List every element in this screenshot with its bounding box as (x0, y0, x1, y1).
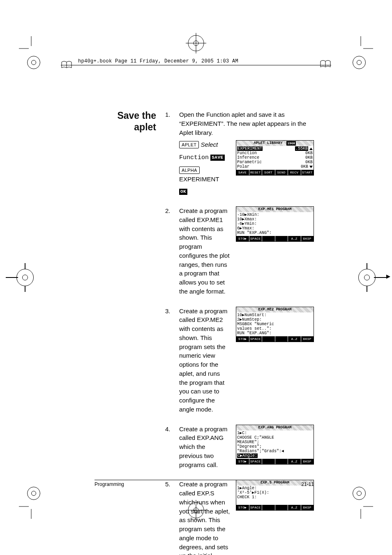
softkey: BKSP (301, 236, 314, 241)
softkey: A…Z (288, 459, 301, 464)
softkey: STO▶ (236, 459, 249, 464)
softkey (262, 236, 275, 241)
softkey (275, 236, 288, 241)
side-mark-right (358, 269, 376, 286)
list-size: 0KB (301, 164, 308, 169)
softkey: A…Z (288, 505, 301, 510)
function-text: Function (179, 154, 209, 161)
step-text: Create a program called EXP.ANG which th… (179, 425, 230, 469)
select-label: Select (201, 141, 218, 148)
footer-right: 21-11 (301, 481, 314, 487)
screen-title: APLET LIBRARY (254, 141, 283, 146)
softkey: RESET (249, 170, 263, 175)
list-size: 0KB (305, 155, 313, 160)
step-text: Create a program called EXP.ME2 with con… (179, 307, 230, 414)
softkey (262, 505, 275, 510)
softkey: START (301, 170, 314, 175)
softkey: STO▶ (236, 505, 249, 510)
list-item: Polar (237, 164, 249, 169)
crop-mark-tr (358, 36, 373, 51)
down-arrow-icon (309, 166, 313, 168)
softkey: SORT (262, 170, 275, 175)
softkey: SEND (275, 170, 288, 175)
softkey (275, 459, 288, 464)
screen-exp-me1: EXP.ME1 PROGRAM -10▶Xmin: 10▶Xmax: -6▶Ym… (236, 206, 314, 242)
crop-mark-tl (19, 36, 34, 51)
softkey: SPACE (249, 336, 263, 342)
step-text: Create a program called EXP.ME1 with con… (179, 206, 230, 296)
softkey: STO▶ (236, 236, 249, 241)
keystroke-line: APLET Select (179, 140, 230, 149)
keystroke-line: ALPHA EXPERIMENT (179, 166, 230, 184)
code-line: -10▶Xmin: (237, 213, 313, 217)
up-arrow-icon (309, 148, 313, 150)
side-mark-left (16, 269, 34, 286)
step-text: Create a program called EXP.S which runs… (179, 480, 230, 555)
step-number: 2. (165, 206, 174, 299)
code-line: CHECK 1: (237, 495, 313, 500)
softkey (275, 505, 288, 510)
crop-mark-br (358, 504, 373, 519)
register-ring (27, 487, 39, 499)
code-line: 1▶C: (237, 431, 313, 435)
softkey: STO▶ (236, 336, 249, 342)
screen-exp-ang: EXP.ANG PROGRAM 1▶C: CHOOSE C;"ANGLE MEA… (236, 425, 314, 465)
mem-badge: 196K (286, 141, 296, 146)
footer-left: Programming (95, 481, 124, 487)
softkey (275, 336, 288, 342)
softkey: BKSP (301, 505, 314, 510)
header-rule (61, 65, 331, 65)
register-ring (353, 56, 365, 68)
save-softkey: SAVE (210, 155, 224, 161)
header-book-info: hp40g+.book Page 11 Friday, December 9, … (78, 58, 238, 64)
aplet-key: APLET (179, 141, 199, 148)
softkey: SPACE (249, 459, 263, 464)
list-size: .55KB (295, 146, 308, 151)
code-line: "Radians";"Grads":◄ (237, 449, 313, 453)
keystroke-line: Function SAVE (179, 153, 230, 162)
softkey: SPACE (249, 236, 263, 241)
register-ring (353, 487, 365, 499)
code-line: RUN "EXP.ANG": (237, 331, 313, 335)
list-item: Parametric (237, 160, 262, 164)
list-size: 0KB (305, 151, 313, 155)
softkey: BKSP (301, 336, 314, 342)
code-line: MSGBOX "Numeric (237, 322, 313, 326)
code-line: CHOOSE C;"ANGLE (237, 435, 313, 440)
list-item: Function (237, 151, 257, 155)
screen-title: EXP.ME2 PROGRAM (258, 308, 291, 312)
softkey: A…Z (288, 236, 301, 241)
list-item: EXPERIMENT (237, 146, 263, 151)
keystroke-line: OK (179, 187, 230, 196)
softkey (262, 459, 275, 464)
screen-aplet-library: APLET LIBRARY 196K EXPERIMENT.55KB Funct… (236, 140, 314, 176)
register-ring (27, 56, 39, 68)
code-line: values set..": (237, 326, 313, 331)
screen-title: EXP.ME1 PROGRAM (258, 207, 291, 212)
experiment-text: EXPERIMENT (179, 176, 219, 183)
code-line: "Degrees"; (237, 444, 313, 449)
center-mark-top (186, 33, 206, 55)
header-arrow-icon (320, 60, 331, 70)
code-line: RUN "EXP.ANG": (237, 231, 313, 235)
step-number: 3. (165, 307, 174, 417)
screen-exp-me2: EXP.ME2 PROGRAM 10▶NumStart: 2▶NumStep: … (236, 307, 314, 342)
section-title-save-aplet: Save the aplet (95, 110, 156, 133)
code-line: 2▶NumStep: (237, 317, 313, 322)
list-size: 0KB (305, 160, 313, 164)
code-line: -6▶Ymin: (237, 222, 313, 226)
crop-mark-bl (19, 504, 34, 519)
list-item: Inference (237, 155, 259, 160)
code-line: C▶Angle: (237, 453, 258, 458)
alpha-key: ALPHA (179, 166, 200, 174)
ok-softkey: OK (179, 189, 187, 195)
step-number: 1. (165, 110, 174, 199)
softkey: SAVE (236, 170, 249, 175)
step-number: 4. (165, 425, 174, 473)
svg-marker-16 (386, 275, 390, 279)
softkey: A…Z (288, 336, 301, 342)
softkey: BKSP (301, 459, 314, 464)
code-line: MEASURE"; (237, 440, 313, 444)
softkey: RECV (288, 170, 301, 175)
code-line: 10▶Xmax: (237, 217, 313, 222)
